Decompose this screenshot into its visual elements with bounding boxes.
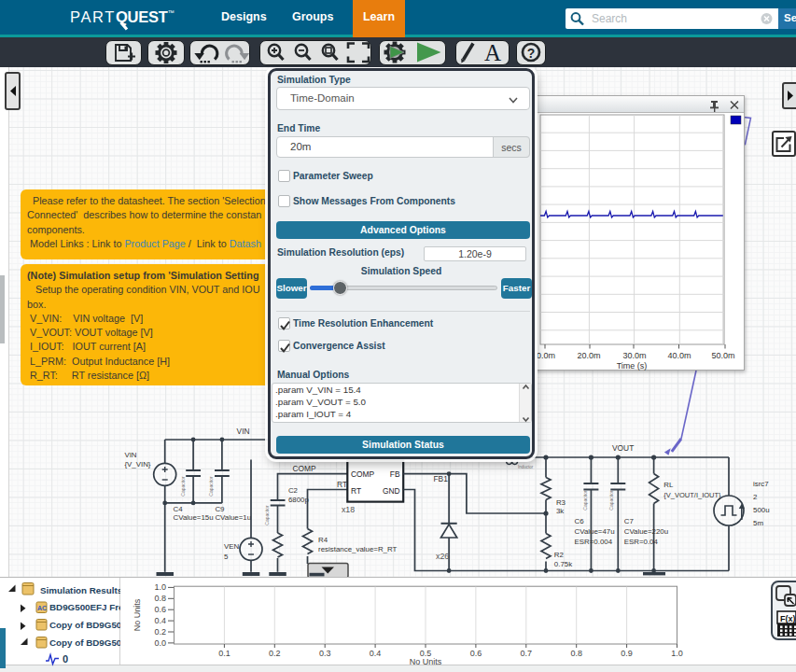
svg-text:50.0m: 50.0m — [711, 351, 734, 360]
svg-text:40.0m: 40.0m — [667, 351, 691, 360]
svg-text:20.0m: 20.0m — [577, 351, 600, 360]
svg-text:0.0m: 0.0m — [537, 351, 555, 360]
svg-text:30.0m: 30.0m — [622, 351, 646, 360]
svg-text:Time (s): Time (s) — [617, 361, 648, 371]
